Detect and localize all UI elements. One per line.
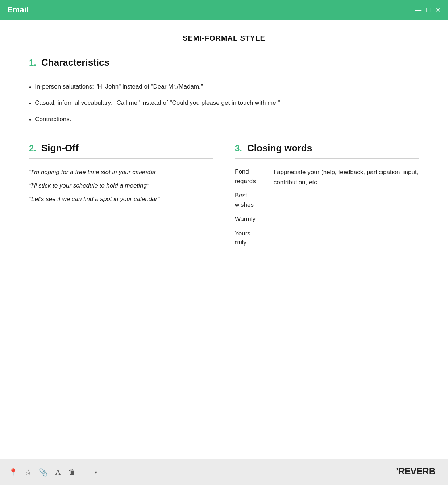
closing-word-1: Fond regards bbox=[235, 167, 263, 186]
list-item: • Contractions. bbox=[29, 114, 419, 126]
star-icon[interactable]: ☆ bbox=[25, 468, 32, 477]
closing-words-col: Fond regards Best wishes Warmly Yours tr… bbox=[235, 167, 263, 247]
location-icon[interactable]: 📍 bbox=[9, 468, 18, 477]
signoff-line-1: "I'm hoping for a free time slot in your… bbox=[29, 167, 213, 178]
characteristics-list: • In-person salutations: "Hi John" inste… bbox=[29, 82, 419, 125]
section2-number: 2. bbox=[29, 143, 36, 153]
minimize-button[interactable]: — bbox=[415, 7, 421, 13]
signoff-line-3: "Let's see if we can find a spot in your… bbox=[29, 194, 213, 205]
list-item: • In-person salutations: "Hi John" inste… bbox=[29, 82, 419, 93]
section1-header: 1. Characteristics bbox=[29, 57, 419, 68]
page-heading: SEMI-FORMAL STYLE bbox=[29, 34, 419, 42]
titlebar: Email — □ ✕ bbox=[0, 0, 448, 20]
closing-word-4: Yours truly bbox=[235, 229, 263, 247]
trash-icon[interactable]: 🗑 bbox=[68, 468, 75, 476]
closing-description: I appreciate your (help, feedback, parti… bbox=[274, 167, 419, 187]
toolbar-divider bbox=[85, 466, 85, 478]
bullet-text: In-person salutations: "Hi John" instead… bbox=[35, 82, 203, 91]
closing-word-3: Warmly bbox=[235, 214, 263, 224]
logo-svg: ’REVERB bbox=[396, 465, 439, 477]
section-signoff: 2. Sign-Off "I'm hoping for a free time … bbox=[29, 143, 213, 247]
window-controls: — □ ✕ bbox=[415, 7, 441, 13]
section1-divider bbox=[29, 73, 419, 73]
section1-title: Characteristics bbox=[41, 57, 109, 68]
closing-grid: Fond regards Best wishes Warmly Yours tr… bbox=[235, 167, 419, 247]
bullet-dot: • bbox=[29, 115, 31, 126]
section2-divider bbox=[29, 158, 213, 159]
reverb-logo: ’REVERB bbox=[396, 465, 439, 480]
list-item: • Casual, informal vocabulary: "Call me"… bbox=[29, 98, 419, 109]
app-title: Email bbox=[7, 5, 29, 15]
section3-header: 3. Closing words bbox=[235, 143, 419, 154]
bullet-text: Contractions. bbox=[35, 114, 71, 124]
section3-title: Closing words bbox=[247, 143, 312, 154]
section3-number: 3. bbox=[235, 143, 242, 153]
toolbar-icon-group: 📍 ☆ 📎 A 🗑 ▾ bbox=[9, 466, 97, 478]
section-characteristics: 1. Characteristics • In-person salutatio… bbox=[29, 57, 419, 125]
main-content: SEMI-FORMAL STYLE 1. Characteristics • I… bbox=[0, 20, 448, 459]
section-closing: 3. Closing words Fond regards Best wishe… bbox=[235, 143, 419, 247]
two-column-sections: 2. Sign-Off "I'm hoping for a free time … bbox=[29, 143, 419, 247]
section2-header: 2. Sign-Off bbox=[29, 143, 213, 154]
bullet-dot: • bbox=[29, 99, 31, 109]
section3-divider bbox=[235, 158, 419, 159]
section1-number: 1. bbox=[29, 58, 36, 68]
svg-text:’REVERB: ’REVERB bbox=[396, 466, 435, 477]
bullet-dot: • bbox=[29, 82, 31, 93]
close-button[interactable]: ✕ bbox=[435, 7, 441, 13]
signoff-line-2: "I'll stick to your schedule to hold a m… bbox=[29, 181, 213, 191]
text-format-icon[interactable]: A bbox=[55, 468, 61, 477]
section2-title: Sign-Off bbox=[41, 143, 79, 154]
bullet-text: Casual, informal vocabulary: "Call me" i… bbox=[35, 98, 280, 108]
closing-desc-col: I appreciate your (help, feedback, parti… bbox=[274, 167, 419, 247]
toolbar: 📍 ☆ 📎 A 🗑 ▾ ’REVERB bbox=[0, 459, 448, 485]
closing-word-2: Best wishes bbox=[235, 191, 263, 209]
maximize-button[interactable]: □ bbox=[426, 7, 430, 13]
paperclip-icon[interactable]: 📎 bbox=[39, 468, 48, 477]
dropdown-icon[interactable]: ▾ bbox=[95, 469, 97, 475]
